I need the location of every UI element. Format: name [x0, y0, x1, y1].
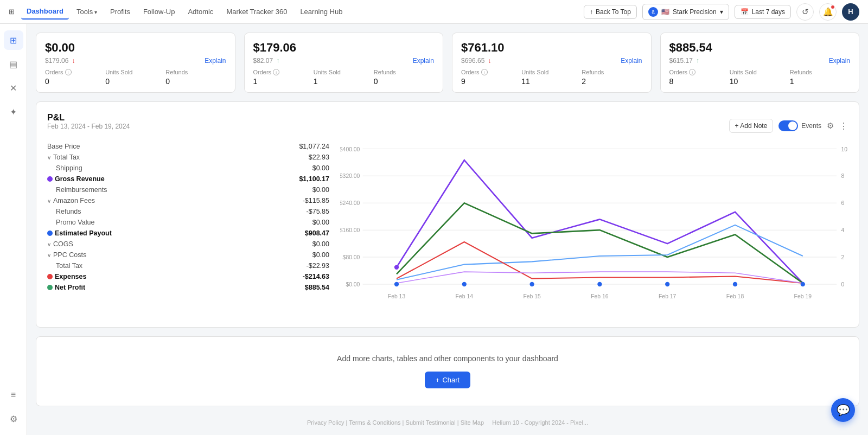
sidebar-list-icon[interactable]: ≡	[4, 385, 23, 405]
net-profit-dot	[47, 285, 53, 290]
metric-prev-3: $696.65	[461, 57, 484, 65]
svg-text:10: 10	[841, 146, 848, 152]
nav-dashboard[interactable]: Dashboard	[21, 4, 69, 20]
add-note-button[interactable]: + Add Note	[729, 119, 774, 133]
pnl-label-total-tax-2: Total Tax	[47, 262, 82, 270]
orders-info-icon-2[interactable]: i	[273, 69, 279, 75]
orders-info-icon-3[interactable]: i	[481, 69, 488, 75]
metric-change-2: ↑	[276, 57, 279, 65]
privacy-policy-link[interactable]: Privacy Policy	[307, 419, 344, 426]
explain-link-4[interactable]: Explain	[829, 57, 850, 65]
metric-value-1: $0.00	[45, 41, 226, 55]
sidebar-item-x[interactable]: ✕	[4, 78, 23, 98]
expenses-line	[397, 242, 803, 283]
metric-change-3: ↓	[488, 57, 491, 65]
explain-link-2[interactable]: Explain	[413, 57, 434, 65]
metrics-row: $0.00 $179.06 ↓ Explain Orders i 0 Units…	[36, 33, 859, 93]
orders-info-icon-4[interactable]: i	[689, 69, 695, 75]
nav-learning-hub[interactable]: Learning Hub	[295, 4, 348, 19]
refresh-button[interactable]: ↺	[796, 3, 814, 21]
add-note-label: + Add Note	[735, 122, 768, 130]
units-stat-2: Units Sold 1	[314, 69, 374, 86]
refunds-label-2: Refunds	[374, 69, 434, 75]
pnl-settings-icon[interactable]: ⚙	[827, 121, 834, 131]
pnl-label-promo-value: Promo Value	[47, 219, 94, 226]
svg-text:$80.00: $80.00	[343, 254, 360, 260]
gross-revenue-dot	[47, 176, 53, 182]
add-chart-button[interactable]: + Chart	[425, 372, 470, 388]
chat-fab-button[interactable]: 💬	[831, 398, 855, 422]
nav-links: Dashboard Tools Profits Follow-Up Adtomi…	[21, 4, 584, 20]
metric-value-2: $179.06	[253, 41, 435, 55]
nav-grid-icon[interactable]: ⊞	[9, 8, 15, 16]
pnl-label-total-tax: ∨ Total Tax	[47, 153, 80, 161]
pnl-row-promo-value: Promo Value $0.00	[47, 217, 329, 228]
nav-tools[interactable]: Tools	[71, 4, 103, 19]
pnl-value-expenses: -$214.63	[303, 273, 329, 280]
svg-text:Feb 17: Feb 17	[659, 293, 676, 299]
pnl-date-range: Feb 13, 2024 - Feb 19, 2024	[47, 123, 130, 130]
pnl-header: P&L Feb 13, 2024 - Feb 19, 2024 + Add No…	[47, 113, 848, 139]
refunds-label-4: Refunds	[790, 69, 850, 75]
events-toggle[interactable]: Events	[778, 120, 821, 131]
sidebar-item-dashboard[interactable]: ⊞	[4, 30, 23, 50]
explain-link-3[interactable]: Explain	[621, 57, 642, 65]
refunds-stat-1: Refunds 0	[165, 69, 226, 86]
back-to-top-label: Back To Top	[596, 8, 631, 16]
orders-value-4: 8	[669, 77, 730, 86]
units-value-4: 10	[730, 77, 790, 86]
pnl-value-promo-value: $0.00	[312, 219, 329, 226]
refunds-stat-2: Refunds 0	[374, 69, 434, 86]
pnl-row-estimated-payout: Estimated Payout $908.47	[47, 228, 329, 239]
metric-card-4: $885.54 $615.17 ↑ Explain Orders i 8 Uni…	[660, 33, 860, 93]
pnl-value-refunds: -$75.85	[307, 208, 329, 215]
refunds-stat-3: Refunds 2	[582, 69, 642, 86]
nav-profits[interactable]: Profits	[105, 4, 136, 19]
account-selector[interactable]: a 🇺🇸 Stark Precision ▾	[642, 4, 729, 20]
back-to-top-button[interactable]: ↑ Back To Top	[584, 5, 637, 19]
sitemap-link[interactable]: Site Map	[461, 419, 484, 426]
toggle-thumb	[788, 121, 797, 130]
svg-text:Feb 19: Feb 19	[794, 293, 812, 299]
sidebar-settings-icon[interactable]: ⚙	[4, 409, 23, 428]
pnl-value-total-tax: $22.93	[309, 153, 329, 161]
svg-text:Feb 13: Feb 13	[388, 293, 406, 299]
orders-info-icon-1[interactable]: i	[65, 69, 72, 75]
chat-icon: 💬	[837, 404, 850, 417]
expenses-dot	[47, 274, 53, 279]
svg-text:Feb 18: Feb 18	[726, 293, 744, 299]
sidebar-item-sparkle[interactable]: ✦	[4, 102, 23, 121]
pnl-title: P&L	[47, 113, 130, 123]
pnl-header-right: + Add Note Events ⚙ ⋮	[729, 119, 848, 133]
nav-follow-up[interactable]: Follow-Up	[138, 4, 181, 19]
terms-link[interactable]: Terms & Conditions	[349, 419, 400, 426]
pnl-label-reimbursements: Reimbursements	[47, 186, 107, 194]
svg-text:0: 0	[841, 282, 845, 287]
toggle-track[interactable]	[778, 120, 798, 131]
pnl-value-net-profit: $885.54	[305, 284, 329, 291]
pnl-row-amazon-fees: ∨ Amazon Fees -$115.85	[47, 195, 329, 206]
pnl-row-reimbursements: Reimbursements $0.00	[47, 184, 329, 195]
svg-text:$160.00: $160.00	[340, 227, 360, 233]
pnl-row-refunds: Refunds -$75.85	[47, 206, 329, 217]
notifications-button[interactable]: 🔔	[819, 3, 837, 21]
pnl-label-estimated-payout: Estimated Payout	[47, 229, 112, 237]
orders-label-4: Orders i	[669, 69, 730, 75]
testimonial-link[interactable]: Submit Testimonial	[406, 419, 456, 426]
page-footer: Privacy Policy | Terms & Conditions | Su…	[36, 415, 859, 428]
refunds-value-4: 1	[790, 77, 850, 86]
sidebar-item-table[interactable]: ▤	[4, 54, 23, 74]
chevron-icon-cogs: ∨	[47, 241, 51, 247]
pnl-more-icon[interactable]: ⋮	[839, 121, 848, 131]
user-avatar[interactable]: H	[842, 3, 859, 21]
metric-stats-1: Orders i 0 Units Sold 0 Refunds 0	[45, 69, 226, 86]
x-dot-feb15	[529, 282, 534, 286]
nav-market-tracker[interactable]: Market Tracker 360	[221, 4, 292, 19]
units-label-4: Units Sold	[730, 69, 790, 75]
explain-link-1[interactable]: Explain	[205, 57, 226, 65]
pnl-body: Base Price $1,077.24 ∨ Total Tax $22.93 …	[47, 141, 848, 316]
pnl-label-net-profit: Net Profit	[47, 284, 85, 291]
pnl-label-base-price: Base Price	[47, 143, 80, 150]
date-range-selector[interactable]: 📅 Last 7 days	[735, 5, 791, 19]
nav-adtomic[interactable]: Adtomic	[182, 4, 219, 19]
